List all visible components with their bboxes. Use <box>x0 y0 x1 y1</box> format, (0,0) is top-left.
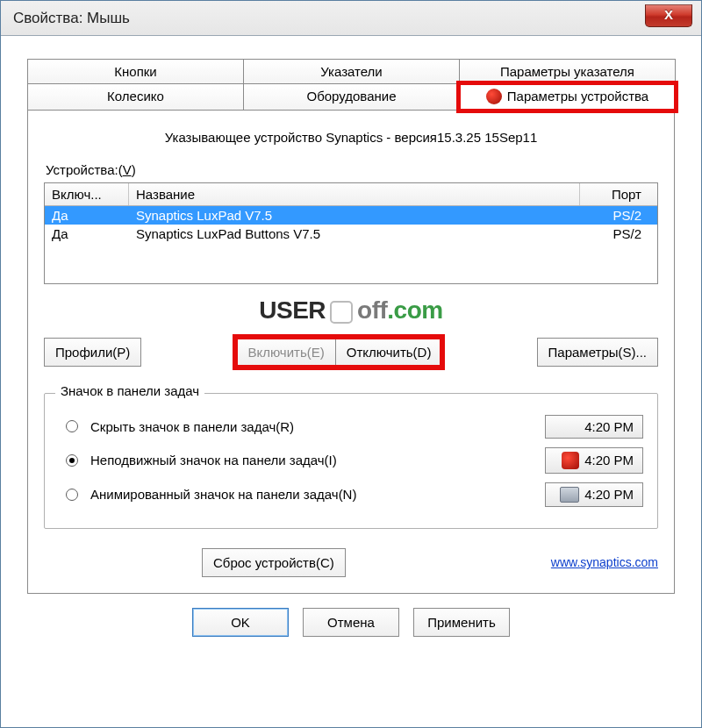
tray-time: 4:20 PM <box>584 453 634 467</box>
content-area: Кнопки Указатели Параметры указателя Кол… <box>1 36 701 653</box>
watermark: USERoff.com <box>44 296 658 325</box>
cell-enabled: Да <box>45 206 129 225</box>
tray-option-static-row: Неподвижный значок на панели задач(I) 4:… <box>59 447 643 474</box>
table-row[interactable]: Да Synaptics LuxPad V7.5 PS/2 <box>45 206 657 225</box>
robot-icon <box>326 299 356 325</box>
table-row[interactable]: Да Synaptics LuxPad Buttons V7.5 PS/2 <box>45 225 657 243</box>
enable-disable-group: Включить(E) Отключить(D) <box>236 338 441 367</box>
tray-animated-icon <box>560 487 579 503</box>
col-header-name[interactable]: Название <box>129 183 580 205</box>
tab-pointer-options[interactable]: Параметры указателя <box>459 59 676 84</box>
close-icon: X <box>664 7 673 22</box>
tray-preview-none: 4:20 PM <box>545 415 643 439</box>
dialog-buttons: OK Отмена Применить <box>27 594 675 640</box>
radio-animated-label[interactable]: Анимированный значок на панели задач(N) <box>90 487 545 502</box>
tab-strip: Кнопки Указатели Параметры указателя Кол… <box>27 59 675 111</box>
tray-preview-animated: 4:20 PM <box>545 482 643 507</box>
profiles-button[interactable]: Профили(P) <box>44 338 141 367</box>
radio-hide-label[interactable]: Скрыть значок в панели задач(R) <box>90 419 545 434</box>
watermark-off: off <box>357 296 387 324</box>
close-button[interactable]: X <box>645 4 692 27</box>
tab-buttons[interactable]: Кнопки <box>27 59 244 84</box>
cell-port: PS/2 <box>580 206 657 225</box>
table-row-empty <box>45 243 657 283</box>
reset-row: Сброс устройств(C) www.synaptics.com <box>44 548 658 577</box>
watermark-user: USER <box>259 296 326 324</box>
radio-static-icon[interactable] <box>66 454 78 467</box>
tab-hardware[interactable]: Оборудование <box>243 83 460 111</box>
table-header-row: Включ... Название Порт <box>45 183 657 206</box>
table-body: Да Synaptics LuxPad V7.5 PS/2 Да Synapti… <box>45 206 657 283</box>
radio-static-label[interactable]: Неподвижный значок на панели задач(I) <box>90 453 545 467</box>
col-header-enabled[interactable]: Включ... <box>45 183 129 205</box>
col-header-port[interactable]: Порт <box>580 183 657 205</box>
synaptics-link[interactable]: www.synaptics.com <box>551 555 658 569</box>
tray-time: 4:20 PM <box>584 419 634 434</box>
tray-option-hide-row: Скрыть значок в панели задач(R) 4:20 PM <box>59 415 643 439</box>
apply-button[interactable]: Применить <box>413 608 510 637</box>
tray-icon-legend: Значок в панели задач <box>55 383 204 398</box>
tab-row-1: Кнопки Указатели Параметры указателя <box>27 59 675 84</box>
cancel-button[interactable]: Отмена <box>303 608 399 637</box>
devices-label: Устройства:(V) <box>46 162 658 177</box>
tray-static-icon <box>562 452 579 469</box>
tray-time: 4:20 PM <box>584 487 634 502</box>
ok-button[interactable]: OK <box>192 608 289 637</box>
driver-version-label: Указывающее устройство Synaptics - верси… <box>44 130 658 145</box>
watermark-com: .com <box>387 296 442 324</box>
reset-devices-button[interactable]: Сброс устройств(C) <box>202 548 346 577</box>
tray-preview-static: 4:20 PM <box>545 447 643 474</box>
cell-port: PS/2 <box>580 225 657 243</box>
tab-pointers[interactable]: Указатели <box>243 59 460 84</box>
disable-button[interactable]: Отключить(D) <box>335 338 443 367</box>
devices-table: Включ... Название Порт Да Synaptics LuxP… <box>44 182 658 284</box>
window-title: Свойства: Мышь <box>13 10 130 27</box>
enable-button[interactable]: Включить(E) <box>236 338 335 367</box>
tray-option-animated-row: Анимированный значок на панели задач(N) … <box>59 482 643 507</box>
tab-row-2: Колесико Оборудование Параметры устройст… <box>27 83 675 111</box>
cell-name: Synaptics LuxPad Buttons V7.5 <box>129 225 580 243</box>
tray-icon-group: Значок в панели задач Скрыть значок в па… <box>44 393 658 529</box>
cell-enabled: Да <box>45 225 129 243</box>
mouse-properties-window: Свойства: Мышь X Кнопки Указатели Параме… <box>0 0 702 728</box>
device-settings-panel: Указывающее устройство Synaptics - верси… <box>27 111 675 594</box>
radio-animated-icon[interactable] <box>66 489 78 501</box>
radio-hide-icon[interactable] <box>66 420 78 432</box>
device-buttons-row: Профили(P) Включить(E) Отключить(D) Пара… <box>44 338 658 367</box>
tab-device-settings[interactable]: Параметры устройства <box>459 83 676 111</box>
synaptics-icon <box>486 89 502 104</box>
titlebar: Свойства: Мышь X <box>1 1 701 36</box>
parameters-button[interactable]: Параметры(S)... <box>537 338 658 367</box>
cell-name: Synaptics LuxPad V7.5 <box>129 206 580 225</box>
tab-wheel[interactable]: Колесико <box>27 83 244 111</box>
